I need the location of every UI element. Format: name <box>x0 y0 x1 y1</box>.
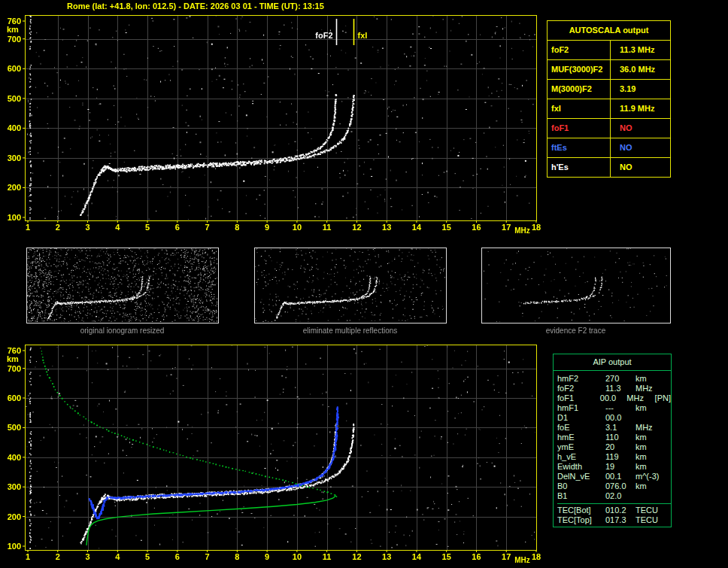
aip-extra <box>667 462 671 472</box>
aip-value: 00.1 <box>605 472 635 481</box>
aip-unit: km <box>635 452 667 462</box>
aip-table-header: AIP output <box>554 354 671 371</box>
autoscala-label-ftEs: ftEs <box>548 138 611 157</box>
aip-table-body: hmF2270km foF211.3MHz foF100.0MHz[PN] hm… <box>554 371 671 527</box>
aip-label: foE <box>557 423 605 433</box>
aip-value: 017.3 <box>605 515 635 525</box>
aip-unit: m^(-3) <box>635 472 667 481</box>
table-row: TEC[Bot]010.2TECU <box>557 506 671 515</box>
aip-extra <box>667 515 671 525</box>
aip-unit: km <box>635 462 667 472</box>
autoscala-value-foF1: NO <box>611 119 670 138</box>
aip-label: DelN_vE <box>557 472 605 481</box>
aip-value: 11.3 <box>605 384 635 393</box>
aip-label: D1 <box>557 413 605 423</box>
table-row: TEC[Top]017.3TECU <box>557 515 671 525</box>
aip-extra <box>667 403 671 413</box>
aip-output-table: AIP output hmF2270km foF211.3MHz foF100.… <box>553 354 672 527</box>
tec-section-divider <box>557 503 671 504</box>
table-row: DelN_vE00.1m^(-3) <box>557 472 671 481</box>
aip-extra <box>667 433 671 442</box>
panel-caption-original: original ionogram resized <box>26 327 218 335</box>
autoscala-label-foF2: foF2 <box>548 41 611 59</box>
autoscala-value-fxI: 11.9 MHz <box>611 99 670 118</box>
aip-unit: km <box>635 481 667 491</box>
aip-unit: km <box>635 403 667 413</box>
aip-extra <box>667 472 671 481</box>
table-row: hmF2270km <box>557 374 671 384</box>
table-row: hmF1---km <box>557 403 671 413</box>
autoscala-value-ftEs: NO <box>611 138 670 157</box>
aip-unit: TECU <box>635 515 667 525</box>
table-row: foF2 11.3 MHz <box>548 41 670 60</box>
aip-extra <box>667 491 671 501</box>
aip-extra <box>667 374 671 384</box>
aip-unit <box>635 491 667 501</box>
table-row: hmE110km <box>557 433 671 442</box>
aip-unit: MHz <box>635 384 667 393</box>
aip-extra <box>667 452 671 462</box>
table-row: fxI 11.9 MHz <box>548 99 670 119</box>
table-row: B102.0 <box>557 491 671 501</box>
aip-value: 19 <box>605 462 635 472</box>
aip-value: 00.0 <box>605 413 635 423</box>
aip-label: ymE <box>557 442 605 452</box>
autoscala-value-m3000: 3.19 <box>611 80 670 99</box>
panel-caption-evidence: evidence F2 trace <box>481 327 670 335</box>
aip-value: 270 <box>605 374 635 384</box>
autoscala-table-header: AUTOSCALA output <box>548 21 670 41</box>
aip-label: hmF1 <box>557 403 605 413</box>
table-row: M(3000)F2 3.19 <box>548 80 670 99</box>
aip-label: foF1 <box>557 393 600 403</box>
autoscala-value-hEs: NO <box>611 158 670 177</box>
aip-unit <box>635 413 667 423</box>
table-row: ymE20km <box>557 442 671 452</box>
aip-label: hmE <box>557 433 605 442</box>
aip-unit: km <box>635 442 667 452</box>
aip-value: 00.0 <box>600 393 627 403</box>
aip-extra: [PN] <box>655 393 671 403</box>
autoscala-value-foF2: 11.3 MHz <box>611 41 670 59</box>
aip-value: 076.0 <box>605 481 635 491</box>
aip-extra <box>667 506 671 515</box>
aip-value: 3.1 <box>605 423 635 433</box>
aip-value: 110 <box>605 433 635 442</box>
aip-value: --- <box>605 403 635 413</box>
aip-value: 20 <box>605 442 635 452</box>
aip-label: Ewidth <box>557 462 605 472</box>
autoscala-value-muf: 36.0 MHz <box>611 60 670 79</box>
table-row: foF211.3MHz <box>557 384 671 393</box>
autoscala-output-table: AUTOSCALA output foF2 11.3 MHz MUF(3000)… <box>547 20 671 178</box>
autoscala-label-fxI: fxI <box>548 99 611 118</box>
aip-label: h_vE <box>557 452 605 462</box>
table-row: Ewidth19km <box>557 462 671 472</box>
aip-label: B1 <box>557 491 605 501</box>
autoscala-label-hEs: h'Es <box>548 158 611 177</box>
aip-unit: km <box>635 433 667 442</box>
aip-unit: MHz <box>626 393 654 403</box>
aip-value: 119 <box>605 452 635 462</box>
aip-label: B0 <box>557 481 605 491</box>
table-row: foF1 NO <box>548 119 670 138</box>
table-row: h'Es NO <box>548 158 670 177</box>
aip-extra <box>667 481 671 491</box>
station-date-time-title: Rome (lat: +41.8, lon: 012.5) - DATE: 20… <box>67 2 324 11</box>
table-row: foE3.1MHz <box>557 423 671 433</box>
table-row: foF100.0MHz[PN] <box>557 393 671 403</box>
autoscala-label-foF1: foF1 <box>548 119 611 138</box>
aip-extra <box>667 423 671 433</box>
table-row: ftEs NO <box>548 138 670 158</box>
aip-unit: MHz <box>635 423 667 433</box>
table-row: h_vE119km <box>557 452 671 462</box>
autoscala-label-m3000: M(3000)F2 <box>548 80 611 99</box>
aip-extra <box>667 413 671 423</box>
aip-extra <box>667 384 671 393</box>
table-row: D100.0 <box>557 413 671 423</box>
aip-label: TEC[Top] <box>557 515 605 525</box>
aip-extra <box>667 442 671 452</box>
aip-label: hmF2 <box>557 374 605 384</box>
table-row: B0076.0km <box>557 481 671 491</box>
aip-value: 010.2 <box>605 506 635 515</box>
autoscala-label-muf: MUF(3000)F2 <box>548 60 611 79</box>
aip-value: 02.0 <box>605 491 635 501</box>
